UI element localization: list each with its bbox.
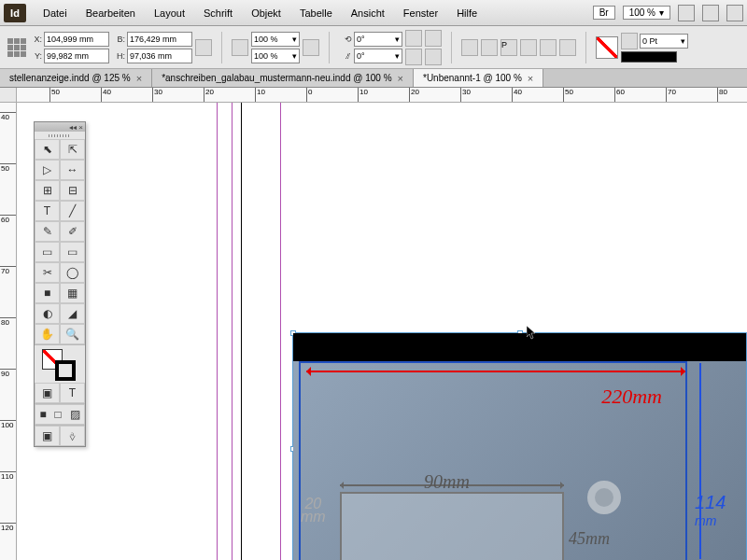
default-colors[interactable]: ■□▨ xyxy=(35,404,85,425)
ruler-origin[interactable] xyxy=(0,88,17,103)
arrange-icon[interactable] xyxy=(726,5,743,21)
ruler-tick: 30 xyxy=(460,88,471,103)
vertical-ruler[interactable]: 405060708090100110120130140150 xyxy=(0,103,17,560)
apply-container[interactable]: ▣ xyxy=(35,383,60,403)
line-tool[interactable]: ╱ xyxy=(60,201,85,221)
width-field[interactable] xyxy=(127,32,192,47)
w-label: B: xyxy=(112,35,125,44)
page-tool[interactable]: ▷ xyxy=(35,160,60,180)
flip-h-icon[interactable] xyxy=(425,30,442,47)
gradient-swatch-tool[interactable]: ■ xyxy=(35,283,60,303)
ruler-tick: 60 xyxy=(0,215,17,224)
panel-grip[interactable] xyxy=(35,132,85,139)
menu-table[interactable]: Tabelle xyxy=(290,4,342,22)
stroke-style[interactable] xyxy=(621,51,677,63)
document-tab[interactable]: *Unbenannt-1 @ 100 %× xyxy=(414,69,543,87)
x-field[interactable] xyxy=(44,32,109,47)
close-icon[interactable]: × xyxy=(78,123,83,132)
bridge-button[interactable]: Br xyxy=(593,6,615,20)
collapse-icon[interactable]: ◂◂ xyxy=(69,123,77,132)
eyedropper-tool[interactable]: ◢ xyxy=(60,303,85,324)
zoom-tool[interactable]: 🔍 xyxy=(60,324,85,344)
scale-y-field[interactable]: 100 %▾ xyxy=(251,49,300,63)
content-tool[interactable]: ⊞ xyxy=(35,180,60,201)
select-content-icon[interactable] xyxy=(481,39,498,56)
rotate-ccw-icon[interactable] xyxy=(405,49,422,65)
inner-rectangle xyxy=(340,492,564,560)
menu-object[interactable]: Objekt xyxy=(242,4,290,22)
height-field[interactable] xyxy=(127,49,192,63)
stroke-swatch-icon[interactable] xyxy=(55,360,76,381)
y-field[interactable] xyxy=(44,49,109,63)
image-frame[interactable]: 220mm 90mm 20mm 45mm 114mm xyxy=(292,332,747,560)
document-tab[interactable]: stellenanzeige.indd @ 125 %× xyxy=(0,69,152,87)
normal-mode[interactable]: ▣ xyxy=(35,426,60,446)
selection-tool[interactable]: ⬉ xyxy=(35,139,60,160)
dimension-45: 45mm xyxy=(569,529,610,549)
hand-tool[interactable]: ✋ xyxy=(35,324,60,344)
type-tool[interactable]: T xyxy=(35,201,60,221)
shear-field[interactable]: 0°▾ xyxy=(354,49,402,63)
rotation-field[interactable]: 0°▾ xyxy=(354,32,402,47)
document-tab[interactable]: *anschreiben_galabau_mustermann-neu.indd… xyxy=(152,69,414,87)
flip-v-icon[interactable] xyxy=(425,49,442,65)
menu-view[interactable]: Ansicht xyxy=(342,4,394,22)
transform-tool[interactable]: ◯ xyxy=(60,262,85,283)
close-icon[interactable]: × xyxy=(136,73,142,84)
menu-type[interactable]: Schrift xyxy=(194,4,242,22)
content-tool2[interactable]: ⊟ xyxy=(60,180,85,201)
rectangle-frame-tool[interactable]: ▭ xyxy=(35,242,60,262)
scale-x-icon xyxy=(232,39,248,56)
menu-window[interactable]: Fenster xyxy=(394,4,447,22)
fill-swatch[interactable] xyxy=(596,36,618,59)
ruler-tick: 0 xyxy=(306,88,312,103)
pencil-tool[interactable]: ✐ xyxy=(60,221,85,242)
document-tab-bar: stellenanzeige.indd @ 125 %× *anschreibe… xyxy=(0,69,747,88)
ruler-tick: 70 xyxy=(0,266,17,275)
ruler-tick: 10 xyxy=(255,88,265,103)
panel-header[interactable]: ◂◂× xyxy=(35,122,85,132)
pen-tool[interactable]: ✎ xyxy=(35,221,60,242)
scale-x-field[interactable]: 100 %▾ xyxy=(251,32,300,47)
view-options-icon[interactable] xyxy=(678,5,695,21)
canvas[interactable]: 220mm 90mm 20mm 45mm 114mm xyxy=(17,103,747,560)
menu-help[interactable]: Hilfe xyxy=(447,4,486,22)
rotate-icon: ⟲ xyxy=(339,35,352,44)
zoom-level[interactable]: 100 % ▾ xyxy=(623,6,670,20)
scissors-tool[interactable]: ✂ xyxy=(35,262,60,283)
fit-icon[interactable]: P xyxy=(500,39,517,56)
ruler-tick: 120 xyxy=(0,523,17,532)
ruler-tick: 100 xyxy=(0,420,17,429)
apply-text[interactable]: T xyxy=(60,383,85,403)
guide-vertical[interactable] xyxy=(232,103,233,560)
y-label: Y: xyxy=(29,51,42,61)
close-icon[interactable]: × xyxy=(398,73,403,84)
gap-tool[interactable]: ↔ xyxy=(60,160,85,180)
close-icon[interactable]: × xyxy=(528,73,533,84)
ruler-tick: 50 xyxy=(563,88,573,103)
corner-icon[interactable] xyxy=(559,39,576,56)
zoom-value: 100 % xyxy=(629,7,655,18)
menu-file[interactable]: Datei xyxy=(34,4,77,22)
gradient-feather-tool[interactable]: ▦ xyxy=(60,283,85,303)
tab-label: *Unbenannt-1 @ 100 % xyxy=(423,73,522,83)
ruler-tick: 10 xyxy=(358,88,368,103)
wrap-icon[interactable] xyxy=(540,39,557,56)
preview-mode[interactable]: ⎀ xyxy=(60,426,85,446)
menu-edit[interactable]: Bearbeiten xyxy=(77,4,145,22)
menu-layout[interactable]: Layout xyxy=(145,4,194,22)
reference-point-icon[interactable] xyxy=(7,38,26,57)
fill-stroke-swatch[interactable] xyxy=(35,345,85,383)
horizontal-ruler[interactable]: 60504030201001020304050607080 xyxy=(17,88,747,103)
note-tool[interactable]: ◐ xyxy=(35,303,60,324)
constrain-wh-icon[interactable] xyxy=(195,39,212,56)
rectangle-tool[interactable]: ▭ xyxy=(60,242,85,262)
screen-mode-icon[interactable] xyxy=(702,5,719,21)
stroke-weight-field[interactable]: 0 Pt▾ xyxy=(640,34,688,49)
rotate-cw-icon[interactable] xyxy=(405,30,422,47)
guide-vertical[interactable] xyxy=(217,103,218,560)
constrain-scale-icon[interactable] xyxy=(303,39,319,56)
effects-icon[interactable] xyxy=(520,39,537,56)
select-container-icon[interactable] xyxy=(461,39,478,56)
direct-selection-tool[interactable]: ⇱ xyxy=(60,139,85,160)
